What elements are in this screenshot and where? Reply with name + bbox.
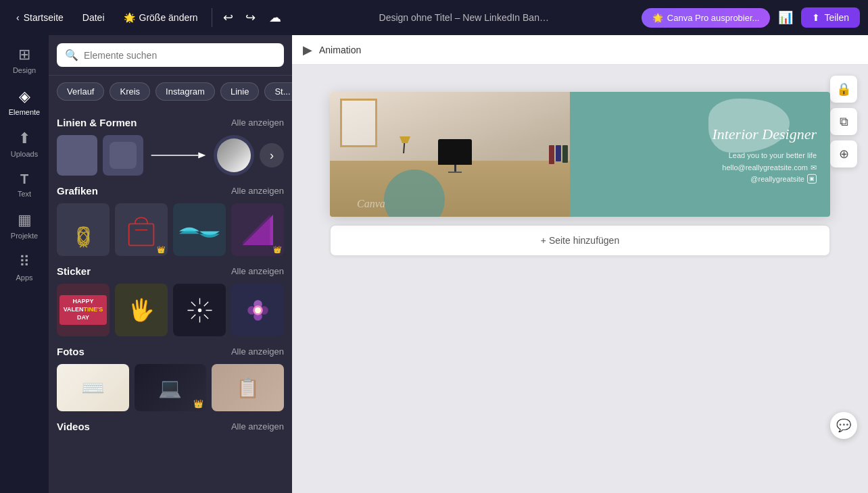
shape-square[interactable] [57, 135, 97, 176]
filter-kreis[interactable]: Kreis [110, 82, 150, 101]
apps-icon: ⠿ [19, 253, 30, 271]
uploads-icon: ⬆ [18, 130, 30, 147]
shapes-show-all[interactable]: Alle anzeigen [231, 118, 284, 128]
pro-star-icon: 🌟 [652, 13, 663, 23]
animation-label[interactable]: Animation [319, 45, 361, 55]
lock-button[interactable]: 🔒 [830, 76, 857, 103]
design-canvas-wrap: Canva Interior Designer Lead you to your… [330, 92, 830, 217]
svg-line-9 [85, 245, 87, 247]
graphics-title: Grafiken [57, 185, 98, 197]
pro-button[interactable]: 🌟 Canva Pro ausprobier... [642, 8, 771, 28]
canvas-instagram: @reallygreatsite ▣ [661, 174, 817, 184]
videos-show-all[interactable]: Alle anzeigen [231, 421, 284, 432]
resize-button[interactable]: 🌟 Größe ändern [116, 8, 206, 27]
sidebar-label-elemente: Elemente [9, 108, 40, 116]
graphic-lotus[interactable] [57, 203, 110, 256]
pro-label: Canva Pro ausprobier... [667, 13, 760, 23]
canvas-subtitle: Lead you to your better life [661, 151, 817, 159]
float-tools: 🔒 ⧉ ⊕ [830, 76, 857, 167]
graphics-show-all[interactable]: Alle anzeigen [231, 186, 284, 196]
svg-point-28 [255, 307, 261, 313]
search-box: 🔍 [57, 43, 284, 67]
elements-panel: 🔍 Verlauf Kreis Instagram Linie St... Li… [49, 35, 292, 493]
filter-st[interactable]: St... [264, 82, 292, 101]
shape-circle-gradient[interactable] [214, 135, 254, 176]
share-upload-icon: ⬆ [812, 12, 820, 23]
resize-emoji: 🌟 [124, 12, 135, 23]
videos-section-header: Videos Alle anzeigen [57, 411, 284, 439]
photo-2[interactable]: 💻 👑 [135, 364, 207, 411]
graphic-wave[interactable] [173, 203, 226, 256]
sidebar-item-apps[interactable]: ⠿ Apps [0, 248, 49, 287]
shape-rounded-square[interactable] [103, 135, 143, 176]
sticker-flower[interactable] [231, 284, 284, 336]
stickers-title: Sticker [57, 265, 91, 277]
elements-icon: ◈ [19, 88, 30, 105]
graphic-triangle[interactable]: 👑 [231, 203, 284, 256]
add-element-button[interactable]: ⊕ [830, 140, 857, 167]
photos-title: Fotos [57, 346, 85, 357]
sticker-starburst[interactable] [173, 284, 226, 336]
photo-3[interactable]: 📋 [212, 364, 284, 411]
search-input[interactable] [84, 50, 276, 61]
panel-content: Linien & Formen Alle anzeigen [49, 107, 292, 493]
teal-background: Interior Designer Lead you to your bette… [570, 92, 830, 217]
svg-line-21 [203, 301, 208, 305]
left-sidebar: ⊞ Design ◈ Elemente ⬆ Uploads T Text ▦ P… [0, 35, 49, 493]
file-button[interactable]: Datei [74, 8, 113, 27]
stickers-show-all[interactable]: Alle anzeigen [231, 266, 284, 276]
canvas-title: Interior Designer [661, 125, 817, 142]
filter-instagram[interactable]: Instagram [155, 82, 215, 101]
sticker-hand[interactable]: 🖐️ [115, 284, 168, 336]
stats-button[interactable]: 📊 [773, 6, 798, 29]
photos-section-header: Fotos Alle anzeigen [57, 336, 284, 364]
photo-1[interactable]: ⌨️ [57, 364, 129, 411]
filter-linie[interactable]: Linie [220, 82, 259, 101]
cloud-button[interactable]: ☁ [264, 6, 287, 29]
chevron-left-icon: ‹ [16, 12, 20, 23]
svg-line-19 [191, 301, 195, 305]
divider-1 [212, 8, 212, 27]
svg-line-8 [80, 245, 82, 247]
svg-marker-13 [243, 215, 270, 245]
sidebar-label-apps: Apps [16, 274, 32, 282]
graphics-section-header: Grafiken Alle anzeigen [57, 176, 284, 203]
crown-badge-2: 👑 [273, 246, 281, 253]
svg-marker-1 [198, 153, 206, 159]
sidebar-item-design[interactable]: ⊞ Design [0, 41, 49, 80]
canvas-scroll[interactable]: Canva Interior Designer Lead you to your… [292, 65, 868, 493]
sidebar-item-elemente[interactable]: ◈ Elemente [0, 82, 49, 122]
search-icon: 🔍 [65, 49, 78, 61]
add-page-button[interactable]: + Seite hinzufügen [330, 225, 830, 256]
crown-badge-photo: 👑 [193, 399, 203, 409]
photos-show-all[interactable]: Alle anzeigen [231, 346, 284, 357]
graphic-bag[interactable]: 👑 [115, 203, 168, 256]
search-area: 🔍 [49, 35, 292, 76]
main-layout: ⊞ Design ◈ Elemente ⬆ Uploads T Text ▦ P… [0, 35, 868, 493]
filter-verlauf[interactable]: Verlauf [57, 82, 104, 101]
sidebar-item-projekte[interactable]: ▦ Projekte [0, 206, 49, 245]
design-canvas[interactable]: Canva Interior Designer Lead you to your… [330, 92, 830, 217]
redo-button[interactable]: ↪ [240, 6, 261, 29]
sidebar-item-text[interactable]: T Text [0, 166, 49, 203]
home-button[interactable]: ‹ Startseite [8, 8, 72, 27]
shape-line-arrow[interactable] [149, 135, 208, 176]
sidebar-label-design: Design [13, 66, 36, 74]
svg-rect-10 [129, 224, 154, 245]
chatbot-bubble[interactable]: 💬 [830, 412, 857, 439]
share-label: Teilen [824, 12, 849, 23]
animation-bar: ▶ Animation [292, 35, 868, 65]
sticker-valentine[interactable]: HAPPYVALENTINE'SDAY [57, 284, 110, 336]
sidebar-item-uploads[interactable]: ⬆ Uploads [0, 124, 49, 163]
copy-button[interactable]: ⧉ [830, 108, 857, 135]
shapes-more-button[interactable]: › [260, 143, 284, 167]
undo-button[interactable]: ↩ [218, 6, 239, 29]
canvas-area: ▶ Animation 🔒 ⧉ ⊕ [292, 35, 868, 493]
share-button[interactable]: ⬆ Teilen [801, 7, 860, 28]
undo-icon: ↩ [223, 10, 233, 25]
binders [549, 145, 568, 164]
undo-redo-group: ↩ ↪ [218, 6, 261, 29]
text-icon: T [20, 172, 28, 187]
stickers-grid: HAPPYVALENTINE'SDAY 🖐️ [57, 284, 284, 336]
email-icon: ✉ [811, 163, 817, 172]
